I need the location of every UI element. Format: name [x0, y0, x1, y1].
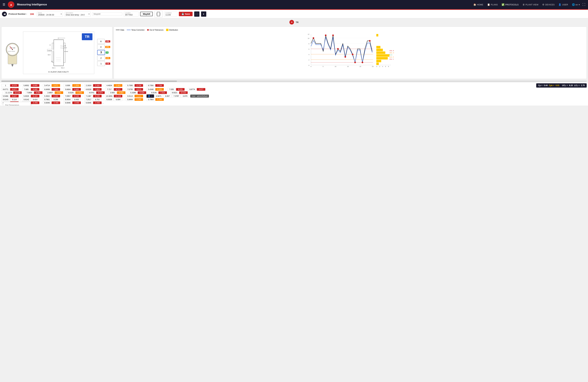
nav-plans[interactable]: 📋 PLANS [487, 3, 498, 6]
tr-big-badge: TR [82, 33, 92, 40]
cell-value: 7.1387 [84, 95, 93, 98]
nav-devices-label: DEVICES [545, 3, 554, 6]
cell-separator: ⋮ [40, 88, 42, 91]
cell-separator: ⋮ [81, 102, 84, 104]
menu-icon[interactable]: ☰ [3, 3, 5, 6]
expand-button[interactable]: ⛶ [194, 11, 199, 17]
cell-value: 7.035 [167, 88, 176, 91]
nav-lang[interactable]: 🌐 en ▾ [572, 3, 580, 6]
cell-value: 8.114 [10, 98, 19, 101]
plant-view-icon: 🖥 [523, 3, 525, 6]
svg-point-66 [352, 54, 354, 55]
svg-text:UCL: 4: UCL: 4 [389, 52, 394, 54]
cell-separator: ⋮ [81, 84, 84, 87]
cell-separator: ⋮ [40, 98, 42, 101]
save-button[interactable]: 💾 Save [179, 12, 192, 16]
cell-value: 7.2517 [84, 98, 93, 101]
nav-plant-view[interactable]: 🖥 PLANT VIEW [523, 3, 539, 6]
cell-separator: ⋮ [185, 88, 188, 91]
legend-temp-line [127, 30, 131, 30]
legend-dist-label: Distribution [169, 29, 178, 31]
cell-value: 8.493 [72, 98, 81, 101]
data-cell: 11.1179 12.118 [4, 91, 22, 94]
cell-value-red: 6.647 [10, 95, 19, 97]
svg-text:4: 4 [382, 66, 383, 67]
nav-devices[interactable]: ⚙ DEVICES [542, 3, 554, 6]
data-cell: 6.8145 7.915 [150, 91, 167, 94]
cell-value-red: 9.677 [10, 88, 19, 91]
cell-value: 6.879 [181, 95, 189, 98]
svg-text:Sle  B: Sle B [48, 54, 50, 55]
svg-point-67 [354, 62, 356, 63]
cell-value-neg: -0.495 [93, 102, 102, 104]
svg-text:LSL: 1: LSL: 1 [389, 58, 394, 60]
more-button[interactable]: ▾ [201, 11, 206, 17]
more-dots-button[interactable]: ... [102, 102, 104, 104]
svg-rect-12 [12, 65, 13, 66]
nav-protocols[interactable]: ✅ PROTOCOLS [502, 3, 518, 6]
cell-value: 8.6143 [1, 98, 10, 101]
cell-separator: ⋮ [102, 95, 105, 97]
data-cell: 6.8228 7.823 [84, 88, 102, 91]
svg-rect-74 [376, 51, 385, 54]
schematic-preview[interactable] [154, 11, 163, 17]
nav-user-label: USER [562, 3, 568, 6]
legend-temp-label: Temp Correction [131, 29, 145, 31]
tr-edit-icon[interactable]: ✏ [289, 20, 294, 24]
cell-separator: ⋮ [105, 91, 108, 94]
cell-value-orange: 6.435 [155, 88, 164, 91]
waybill-button[interactable]: Waybill [140, 12, 153, 16]
cell-separator: ⋮ [167, 91, 170, 94]
scrollbar[interactable] [1, 81, 587, 82]
nav-items: 🏠 HOME 📋 PLANS ✅ PROTOCOLS 🖥 PLANT VIEW … [473, 3, 580, 6]
scroll-thumb[interactable] [1, 81, 177, 82]
data-cell: 0.0113 1.111 [126, 95, 143, 98]
nav-home[interactable]: 🏠 HOME [473, 3, 483, 6]
cell-value-red: 6.805 [31, 84, 39, 87]
fullscreen-icon[interactable]: ⛶ [583, 3, 585, 6]
arrow-button[interactable]: 👤 ← [147, 94, 154, 98]
svg-text:6: 6 [385, 66, 386, 67]
cell-value-red: 6.739 [135, 84, 143, 87]
svg-text:5: 5 [323, 66, 323, 67]
name-close-button[interactable]: ✕ [61, 13, 62, 15]
main-content: 120 132 SWISS MADE TR [0, 25, 588, 80]
cell-value-red: 3.182 [93, 84, 102, 87]
cell-value: 0.0113 [126, 95, 134, 98]
cell-separator: ⋮ [19, 98, 22, 101]
back-button[interactable]: ◀ [2, 12, 7, 17]
scale-item-n: 3 N [97, 50, 110, 55]
svg-text:0: 0 [311, 66, 311, 67]
scale-badge-usl: USL [105, 40, 110, 42]
data-cell: 9.9142 9.414 [22, 98, 39, 101]
legend-temp-correction: Temp Correction [127, 29, 145, 31]
cell-value-red: 9.877 [197, 88, 205, 91]
data-row-3: ⋮ 11.1179 12.118 ⋮ 7.0906 8.091 ⋮ 2.6907… [1, 91, 587, 94]
cell-value-orange: 1.009 [72, 84, 81, 87]
cell-separator: ⋮ [22, 91, 25, 94]
data-cell: 5.3022 6.402 [43, 95, 60, 98]
cell-value: 3.583 [108, 91, 117, 94]
devices-icon: ⚙ [542, 3, 544, 6]
cell-value-orange: 4.683 [117, 91, 126, 94]
cell-separator: ⋮ [61, 98, 63, 101]
svg-text:8: 8 [388, 66, 389, 67]
cell-separator: ⋮ [61, 88, 63, 91]
cell-separator: ⋮ [1, 91, 4, 94]
scale-badge-ucl: UCL [105, 46, 110, 48]
data-cell: 5.4348 6.435 [147, 88, 164, 91]
description-close-button[interactable]: ✕ [88, 13, 90, 15]
waybill-input[interactable] [92, 12, 122, 16]
chart-legend: Data Temp Correction Out of Tolerances D… [116, 29, 585, 31]
cell-separator: ⋮ [63, 91, 66, 94]
cell-value: 0.009 [63, 84, 72, 87]
cell-value-red: 6.660 [72, 88, 81, 91]
cell-value-neg: -0.495 [52, 102, 60, 104]
svg-text:0: 0 [376, 66, 377, 67]
svg-line-33 [60, 48, 64, 48]
globe-icon: 🌐 [572, 3, 575, 6]
protocol-number-label: Protocol Number : [8, 13, 27, 15]
description-field-label: Description [66, 12, 89, 14]
nav-user[interactable]: 👤 USER [558, 3, 568, 6]
svg-text:Ra: Ra [51, 61, 53, 62]
